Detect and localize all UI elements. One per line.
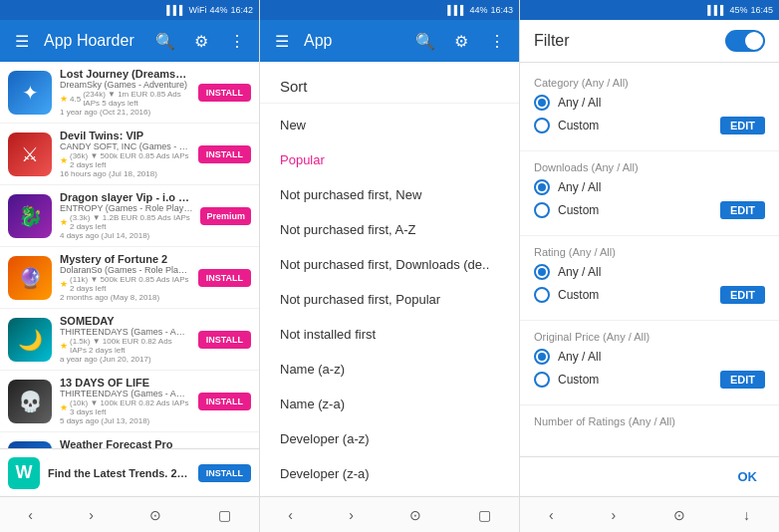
edit-category-button[interactable]: EDIT [720,117,765,134]
app-date: a year ago (Jun 20, 2017) [60,355,190,364]
battery-indicator: 44% [209,5,227,15]
sort-item-not-purchased-new[interactable]: Not purchased first, New [260,177,519,212]
radio-downloads-custom[interactable] [534,202,550,218]
app-name: Mystery of Fortune 2 [60,253,190,265]
filter-label-price: Original Price (Any / All) [534,331,765,343]
app-info: Weather Forecast Pro Best App - Top Bros… [60,438,190,448]
filter-content: Category (Any / All) Any / All Custom ED… [520,63,779,456]
radio-label-price-any: Any / All [558,350,765,364]
sort-item-dev-az[interactable]: Developer (a-z) [260,421,519,456]
list-item[interactable]: 💀 13 DAYS OF LIFE THIRTEENDAYS (Games - … [0,371,259,432]
ad-title: Find the Latest Trends. 2018's Best Shop… [48,467,190,479]
forward-icon-3[interactable]: › [612,507,617,523]
install-button[interactable]: install [198,331,251,349]
filter-section-rating: Rating (Any / All) Any / All Custom EDIT [520,240,779,316]
radio-label-downloads-any: Any / All [558,180,765,194]
app-info: 13 DAYS OF LIFE THIRTEENDAYS (Games - Ad… [60,377,190,425]
sort-panel: ▌▌▌ 44% 16:43 ☰ App 🔍 ⚙ ⋮ Sort New Popul… [260,0,520,532]
sort-title: Sort [260,62,519,104]
sort-item-name-az[interactable]: Name (a-z) [260,352,519,387]
app-title-2: App [304,32,403,50]
sort-item-popular[interactable]: Popular [260,142,519,177]
filter-label-rating: Rating (Any / All) [534,246,765,258]
filter-toggle[interactable] [725,30,765,52]
more-icon-2[interactable]: ⋮ [483,27,511,55]
list-item[interactable]: 🌙 SOMEDAY THIRTEENDAYS (Games - Adventur… [0,309,259,371]
list-item[interactable]: 🐉 Dragon slayer Vip - i.o Rpg game ENTRO… [0,185,259,247]
back-icon-3[interactable]: ‹ [549,507,554,523]
sort-item-not-purchased-dl[interactable]: Not purchased first, Downloads (de.. [260,247,519,282]
edit-downloads-button[interactable]: EDIT [720,201,765,219]
recent-icon[interactable]: ▢ [218,507,231,523]
edit-price-button[interactable]: EDIT [720,371,765,389]
forward-icon[interactable]: › [89,507,94,523]
app-rating: ★ (36k) ▼ 500k EUR 0.85 Ads IAPs 2 days … [60,151,190,169]
app-rating: ★ (11k) ▼ 500k EUR 0.85 Ads IAPs 2 days … [60,275,190,293]
filter-label-downloads: Downloads (Any / All) [534,161,765,173]
battery-3: 45% [729,5,747,15]
filter-option: Custom EDIT [534,117,765,134]
sort-item-name-za[interactable]: Name (z-a) [260,387,519,421]
install-button[interactable]: install [198,145,251,163]
sort-item-not-purchased-popular[interactable]: Not purchased first, Popular [260,282,519,317]
app-info: SOMEDAY THIRTEENDAYS (Games - Adventure)… [60,315,190,364]
list-item[interactable]: ⚔ Devil Twins: VIP CANDY SOFT, INC (Game… [0,124,259,185]
search-icon-2[interactable]: 🔍 [411,27,439,55]
radio-category-custom[interactable] [534,118,550,133]
app-dev: ENTROPY (Games - Role Playing) [60,203,192,213]
app-rating: ★ (1.5k) ▼ 100k EUR 0.82 Ads IAPs 2 days… [60,337,190,355]
radio-price-any[interactable] [534,349,550,365]
filter-icon[interactable]: ⚙ [187,27,215,55]
forward-icon-2[interactable]: › [349,507,354,523]
filter-icon-2[interactable]: ⚙ [447,27,475,55]
filter-option: Custom EDIT [534,371,765,389]
more-icon[interactable]: ⋮ [223,27,251,55]
filter-section-downloads: Downloads (Any / All) Any / All Custom E… [520,155,779,231]
app-dev: DreamSky (Games - Adventure) [60,80,190,90]
recent-icon-2[interactable]: ▢ [478,507,491,523]
app-icon: ✦ [8,71,52,115]
list-item[interactable]: ⛅ Weather Forecast Pro Best App - Top Br… [0,432,259,448]
radio-downloads-any[interactable] [534,179,550,195]
sort-item-dev-za[interactable]: Developer (z-a) [260,456,519,491]
radio-rating-any[interactable] [534,264,550,280]
radio-category-any[interactable] [534,95,550,111]
divider [520,235,779,236]
down-icon-3[interactable]: ↓ [743,507,750,523]
home-icon-2[interactable]: ⊙ [409,507,421,523]
radio-label-rating-any: Any / All [558,265,765,279]
filter-section-price: Original Price (Any / All) Any / All Cus… [520,325,779,400]
ok-button[interactable]: OK [730,465,766,488]
install-button[interactable]: install [198,393,251,410]
radio-rating-custom[interactable] [534,287,550,303]
list-item[interactable]: 🔮 Mystery of Fortune 2 DolaranSo (Games … [0,247,259,309]
menu-icon[interactable]: ☰ [8,27,36,55]
ad-install-button[interactable]: INSTALL [198,464,251,482]
signal-icon: ▌▌▌ [166,5,185,15]
list-item[interactable]: ✦ Lost Journey (Dreamsky) DreamSky (Game… [0,62,259,124]
sort-item-not-installed[interactable]: Not installed first [260,317,519,352]
edit-rating-button[interactable]: EDIT [720,286,765,304]
bottom-nav-3: ‹ › ⊙ ↓ [520,496,779,532]
back-icon[interactable]: ‹ [28,507,33,523]
app-list: ✦ Lost Journey (Dreamsky) DreamSky (Game… [0,62,259,448]
back-icon-2[interactable]: ‹ [288,507,293,523]
menu-icon-2[interactable]: ☰ [268,27,296,55]
radio-label-rating-custom: Custom [558,288,712,302]
signal-icon-2: ▌▌▌ [447,5,466,15]
home-icon-3[interactable]: ⊙ [673,507,685,523]
install-button[interactable]: install [198,84,251,102]
search-icon[interactable]: 🔍 [151,27,179,55]
home-icon[interactable]: ⊙ [149,507,161,523]
sort-item-not-purchased-az[interactable]: Not purchased first, A-Z [260,212,519,247]
sort-item-new[interactable]: New [260,108,519,142]
app-icon: 🐉 [8,194,52,238]
divider [520,150,779,151]
filter-option: Any / All [534,179,765,195]
app-icon: ⛅ [8,441,52,449]
radio-price-custom[interactable] [534,372,550,388]
app-rating: ★ 4.5 (234k) ▼ 1m EUR 0.85 Ads IAPs 5 da… [60,90,190,108]
app-dev: THIRTEENDAYS (Games - Adventure) [60,327,190,337]
install-button[interactable]: install [198,269,251,287]
app-date: 4 days ago (Jul 14, 2018) [60,231,192,240]
